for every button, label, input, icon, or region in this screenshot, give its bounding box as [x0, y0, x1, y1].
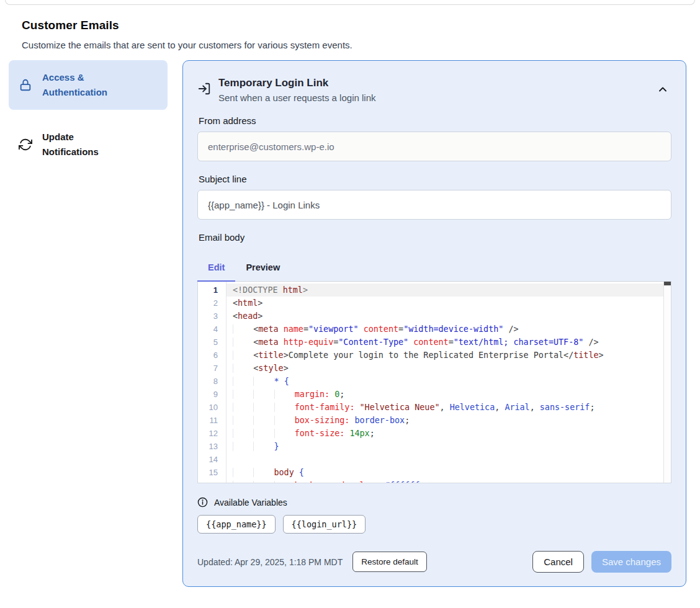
editor-tabs: Edit Preview: [197, 259, 671, 281]
collapse-section-button[interactable]: [657, 82, 671, 97]
sidebar-item-label: Update Notifications: [42, 130, 124, 159]
updated-timestamp: Updated: Apr 29, 2025, 1:18 PM MDT: [197, 557, 343, 567]
info-icon: [197, 497, 208, 507]
refresh-icon: [19, 138, 32, 151]
available-variables-label: Available Variables: [214, 498, 287, 507]
line-number: 4: [198, 323, 226, 336]
page-subtitle: Customize the emails that are sent to yo…: [22, 40, 678, 50]
code-area[interactable]: <!DOCTYPE html><html><head> <meta name="…: [227, 282, 671, 483]
email-settings-panel: Temporary Login Link Sent when a user re…: [182, 60, 686, 587]
line-number: 8: [198, 375, 226, 388]
line-number: 5: [198, 336, 226, 349]
available-variables-header: Available Variables: [197, 497, 671, 507]
line-number: 7: [198, 362, 226, 375]
panel-footer: Updated: Apr 29, 2025, 1:18 PM MDT Resto…: [197, 551, 671, 573]
page-title: Customer Emails: [22, 19, 678, 32]
login-icon: [197, 82, 211, 96]
code-line: font-size: 14px;: [227, 427, 671, 440]
code-line: box-sizing: border-box;: [227, 414, 671, 427]
code-line: <!DOCTYPE html>: [227, 284, 671, 297]
editor-scrollbar[interactable]: [663, 282, 671, 483]
line-number: 12: [198, 427, 226, 440]
code-editor[interactable]: 12345678910111213141516 <!DOCTYPE html><…: [197, 282, 671, 483]
email-types-sidebar: Access & Authentication Update Notificat…: [9, 60, 168, 169]
sidebar-item-label: Access & Authentication: [42, 70, 124, 100]
tab-edit[interactable]: Edit: [197, 259, 235, 281]
line-number: 13: [198, 440, 226, 453]
restore-default-button[interactable]: Restore default: [352, 552, 427, 572]
line-number: 3: [198, 310, 226, 323]
code-line: margin: 0;: [227, 388, 671, 401]
sidebar-item-update-notifications[interactable]: Update Notifications: [9, 120, 168, 169]
from-address-label: From address: [199, 115, 671, 126]
email-body-label: Email body: [199, 232, 671, 243]
scrollbar-thumb[interactable]: [664, 282, 671, 285]
line-number: 15: [198, 466, 226, 479]
variable-chip-app-name[interactable]: {{app_name}}: [197, 515, 276, 534]
code-line: }: [227, 440, 671, 453]
code-line: <title>Complete your login to the Replic…: [227, 349, 671, 362]
subject-line-label: Subject line: [199, 174, 671, 184]
code-line: font-family: "Helvetica Neue", Helvetica…: [227, 401, 671, 414]
page-header: Customer Emails Customize the emails tha…: [0, 0, 700, 50]
line-number: 10: [198, 401, 226, 414]
code-line: <style>: [227, 362, 671, 375]
line-number: 11: [198, 414, 226, 427]
code-line: body {: [227, 466, 671, 479]
code-line: <meta http-equiv="Content-Type" content=…: [227, 336, 671, 349]
chevron-up-icon: [657, 83, 671, 96]
line-number-gutter: 12345678910111213141516: [198, 282, 227, 483]
panel-subtitle: Sent when a user requests a login link: [218, 92, 375, 103]
cancel-button[interactable]: Cancel: [532, 551, 584, 573]
line-number: 9: [198, 388, 226, 401]
from-address-input[interactable]: [197, 132, 671, 161]
line-number: 1: [198, 284, 226, 297]
code-line: <html>: [227, 297, 671, 310]
code-line: * {: [227, 375, 671, 388]
variable-chip-login-url[interactable]: {{login_url}}: [283, 515, 366, 534]
code-line: <head>: [227, 310, 671, 323]
panel-header: Temporary Login Link Sent when a user re…: [197, 77, 671, 103]
line-number: 14: [198, 453, 226, 466]
code-line: <meta name="viewport" content="width=dev…: [227, 323, 671, 336]
code-line: [227, 453, 671, 466]
panel-title: Temporary Login Link: [218, 77, 375, 89]
line-number: 6: [198, 349, 226, 362]
previous-card-bottom-edge: [5, 0, 695, 5]
code-line: background-color: #ffffff;: [227, 479, 671, 483]
lock-icon: [19, 78, 32, 92]
content-row: Access & Authentication Update Notificat…: [9, 60, 686, 587]
line-number: 16: [198, 479, 226, 483]
variable-chips: {{app_name}} {{login_url}}: [197, 515, 671, 534]
panel-header-text: Temporary Login Link Sent when a user re…: [218, 77, 375, 103]
line-number: 2: [198, 297, 226, 310]
save-changes-button[interactable]: Save changes: [591, 551, 671, 573]
tab-preview[interactable]: Preview: [235, 259, 290, 281]
subject-line-input[interactable]: [197, 190, 671, 220]
sidebar-item-access-authentication[interactable]: Access & Authentication: [9, 60, 168, 110]
